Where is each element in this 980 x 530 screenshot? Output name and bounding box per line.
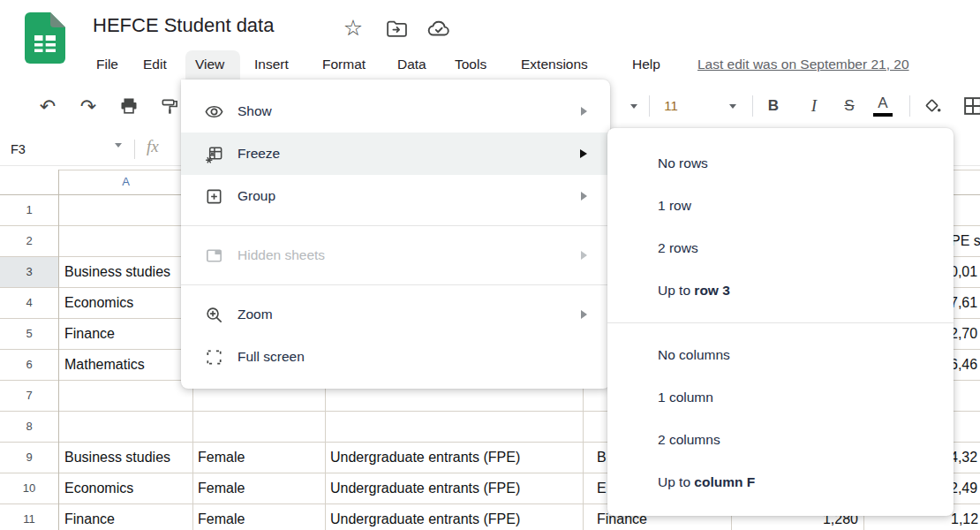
menu-tools[interactable]: Tools bbox=[451, 49, 490, 81]
menu-file[interactable]: File bbox=[93, 49, 122, 81]
redo-button[interactable]: ↷ bbox=[74, 92, 102, 120]
star-button[interactable]: ☆ bbox=[341, 16, 366, 41]
cell-a6[interactable]: Mathematics bbox=[64, 349, 145, 380]
row-header-2[interactable]: 2 bbox=[0, 225, 58, 256]
submenu-item-up-to-column-f[interactable]: Up to column F bbox=[607, 461, 954, 504]
row-header-11[interactable]: 11 bbox=[0, 504, 58, 530]
submenu-arrow-icon bbox=[581, 310, 587, 319]
menu-divider bbox=[607, 322, 954, 323]
cell-fragment-row4[interactable]: 7,61 bbox=[950, 287, 977, 318]
row-header-8[interactable]: 8 bbox=[0, 411, 58, 442]
select-all-corner[interactable] bbox=[0, 170, 58, 194]
menu-item-label: Hidden sheets bbox=[237, 247, 581, 263]
menu-help[interactable]: Help bbox=[629, 49, 664, 81]
cell-b10[interactable]: Female bbox=[198, 473, 245, 504]
cell-f11[interactable]: 1,12 bbox=[951, 504, 978, 530]
cell-c9[interactable]: Undergraduate entrants (FPE) bbox=[330, 442, 520, 473]
label-bold: column F bbox=[694, 474, 755, 489]
menu-extensions[interactable]: Extensions bbox=[517, 49, 592, 81]
cell-a9[interactable]: Business studies bbox=[64, 442, 170, 473]
font-family-dropdown[interactable] bbox=[625, 92, 643, 120]
menu-view[interactable]: View bbox=[192, 49, 228, 81]
cell-c10[interactable]: Undergraduate entrants (FPE) bbox=[330, 473, 520, 504]
cell-b9[interactable]: Female bbox=[198, 442, 245, 473]
toolbar-divider bbox=[909, 95, 910, 117]
submenu-item-2-rows[interactable]: 2 rows bbox=[607, 227, 954, 269]
sheets-logo[interactable] bbox=[25, 12, 65, 67]
submenu-item-no-rows[interactable]: No rows bbox=[607, 142, 954, 185]
row-header-9[interactable]: 9 bbox=[0, 442, 58, 473]
cell-fragment-row3[interactable]: 0,01 bbox=[950, 256, 977, 287]
undo-icon: ↶ bbox=[40, 95, 56, 117]
cell-fragment-row6[interactable]: 6,46 bbox=[950, 349, 977, 380]
menu-item-group[interactable]: Group bbox=[181, 175, 610, 217]
zoom-icon bbox=[203, 304, 224, 325]
fill-color-button[interactable] bbox=[918, 92, 946, 120]
label-bold: row 3 bbox=[694, 283, 729, 298]
cell-a11[interactable]: Finance bbox=[64, 504, 115, 530]
row-header-5[interactable]: 5 bbox=[0, 318, 58, 349]
borders-icon bbox=[961, 95, 980, 117]
submenu-item-up-to-row-3[interactable]: Up to row 3 bbox=[607, 269, 954, 312]
row-header-4[interactable]: 4 bbox=[0, 287, 58, 318]
menu-data[interactable]: Data bbox=[394, 49, 430, 81]
google-sheets-window: A 1 2 3 4 5 6 7 8 9 10 11 Business studi… bbox=[0, 0, 980, 530]
submenu-item-1-column[interactable]: 1 column bbox=[607, 376, 954, 419]
italic-button[interactable]: I bbox=[800, 92, 828, 120]
menu-edit[interactable]: Edit bbox=[139, 49, 170, 81]
menu-item-label: Zoom bbox=[237, 307, 581, 322]
cell-a3[interactable]: Business studies bbox=[64, 256, 170, 287]
row-header-6[interactable]: 6 bbox=[0, 349, 58, 380]
print-button[interactable] bbox=[115, 92, 143, 120]
menu-item-freeze[interactable]: Freeze bbox=[181, 132, 610, 175]
cloud-status-button[interactable] bbox=[426, 16, 450, 41]
last-edit-link[interactable]: Last edit was on September 21, 20 bbox=[697, 49, 909, 81]
text-color-button[interactable]: A bbox=[869, 92, 897, 120]
row-header-10[interactable]: 10 bbox=[0, 473, 58, 504]
menu-format[interactable]: Format bbox=[319, 49, 369, 81]
star-icon: ☆ bbox=[343, 16, 363, 41]
menu-item-hidden-sheets[interactable]: Hidden sheets bbox=[181, 234, 610, 276]
toolbar-divider bbox=[649, 95, 650, 117]
cell-d10[interactable]: E bbox=[597, 473, 607, 504]
chevron-down-icon bbox=[729, 104, 736, 109]
menu-divider bbox=[181, 225, 610, 226]
menu-item-label: Full screen bbox=[237, 349, 587, 365]
cell-fragment-row5[interactable]: 2,70 bbox=[950, 318, 977, 349]
cell-a4[interactable]: Economics bbox=[64, 287, 133, 318]
submenu-arrow-icon bbox=[581, 251, 587, 260]
font-size-value[interactable]: 11 bbox=[655, 92, 687, 120]
submenu-item-2-columns[interactable]: 2 columns bbox=[607, 419, 954, 461]
menu-insert[interactable]: Insert bbox=[251, 49, 292, 81]
row-header-1[interactable]: 1 bbox=[0, 194, 58, 225]
cell-b11[interactable]: Female bbox=[198, 504, 245, 530]
menu-item-show[interactable]: Show bbox=[181, 90, 610, 132]
cell-d9[interactable]: B bbox=[597, 442, 607, 473]
row-header-3[interactable]: 3 bbox=[0, 256, 58, 287]
cell-fragment-row10[interactable]: 2,49 bbox=[950, 473, 977, 504]
cell-a5[interactable]: Finance bbox=[64, 318, 115, 349]
name-box[interactable]: F3 bbox=[11, 132, 26, 166]
move-button[interactable] bbox=[383, 16, 408, 41]
row-header-7[interactable]: 7 bbox=[0, 380, 58, 411]
submenu-arrow-icon bbox=[581, 107, 587, 116]
cell-a10[interactable]: Economics bbox=[64, 473, 133, 504]
menu-item-full-screen[interactable]: Full screen bbox=[181, 336, 610, 378]
group-icon bbox=[203, 186, 224, 207]
bold-button[interactable]: B bbox=[759, 92, 788, 120]
name-box-dropdown[interactable] bbox=[115, 148, 122, 163]
cell-c11[interactable]: Undergraduate entrants (FPE) bbox=[330, 504, 520, 530]
submenu-item-no-columns[interactable]: No columns bbox=[607, 334, 954, 376]
menu-item-label: Freeze bbox=[237, 146, 580, 162]
cell-fragment-row2[interactable]: PE s bbox=[951, 225, 980, 256]
menu-item-zoom[interactable]: Zoom bbox=[181, 293, 610, 336]
cell-fragment-row9[interactable]: 4,32 bbox=[950, 442, 977, 473]
font-size-dropdown[interactable] bbox=[724, 92, 742, 120]
submenu-item-1-row[interactable]: 1 row bbox=[607, 185, 954, 227]
column-header-a[interactable]: A bbox=[59, 170, 192, 194]
paint-format-button[interactable] bbox=[155, 92, 184, 120]
borders-button[interactable] bbox=[959, 92, 980, 120]
document-title[interactable]: HEFCE Student data bbox=[93, 14, 274, 37]
strikethrough-button[interactable]: S bbox=[835, 92, 863, 120]
undo-button[interactable]: ↶ bbox=[34, 92, 62, 120]
